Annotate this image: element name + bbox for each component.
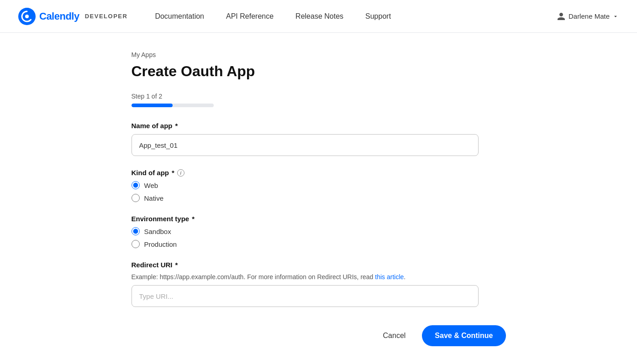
- nav-api-reference[interactable]: API Reference: [226, 12, 274, 21]
- env-production-option[interactable]: Production: [132, 240, 506, 248]
- kind-of-app-group: Kind of app * i Web Native: [132, 169, 506, 202]
- step-label: Step 1 of 2: [132, 93, 506, 100]
- kind-radio-group: Web Native: [132, 181, 506, 202]
- kind-web-option[interactable]: Web: [132, 181, 506, 189]
- kind-native-radio[interactable]: [132, 194, 140, 202]
- env-production-radio[interactable]: [132, 240, 140, 248]
- breadcrumb[interactable]: My Apps: [132, 51, 506, 58]
- kind-web-radio[interactable]: [132, 181, 140, 189]
- redirect-uri-label: Redirect URI *: [132, 261, 506, 269]
- progress-bar-fill: [132, 104, 173, 107]
- save-continue-button[interactable]: Save & Continue: [422, 325, 505, 346]
- kind-of-app-label: Kind of app * i: [132, 169, 506, 177]
- redirect-uri-input[interactable]: [132, 285, 479, 307]
- nav-documentation[interactable]: Documentation: [155, 12, 204, 21]
- app-name-label: Name of app *: [132, 122, 506, 130]
- logo[interactable]: Calendly DEVELOPER: [18, 8, 127, 25]
- svg-point-1: [25, 15, 29, 18]
- user-menu[interactable]: Darlene Mate: [557, 12, 619, 21]
- header: Calendly DEVELOPER Documentation API Ref…: [0, 0, 637, 33]
- main-nav: Documentation API Reference Release Note…: [155, 12, 557, 21]
- required-indicator: *: [175, 261, 178, 269]
- required-indicator: *: [175, 122, 178, 130]
- kind-native-option[interactable]: Native: [132, 194, 506, 202]
- env-production-label: Production: [144, 240, 177, 248]
- redirect-description: Example: https://app.example.com/auth. F…: [132, 273, 506, 281]
- progress-bar: [132, 104, 214, 107]
- app-name-input[interactable]: [132, 134, 479, 156]
- user-icon: [557, 12, 566, 21]
- env-sandbox-radio[interactable]: [132, 227, 140, 235]
- cancel-button[interactable]: Cancel: [374, 327, 415, 344]
- nav-release-notes[interactable]: Release Notes: [295, 12, 343, 21]
- environment-type-group: Environment type * Sandbox Production: [132, 215, 506, 248]
- footer-actions: Cancel Save & Continue: [132, 325, 506, 364]
- required-indicator: *: [192, 215, 195, 223]
- nav-support[interactable]: Support: [365, 12, 391, 21]
- redirect-article-link[interactable]: this article: [375, 273, 404, 281]
- env-sandbox-option[interactable]: Sandbox: [132, 227, 506, 235]
- redirect-uri-group: Redirect URI * Example: https://app.exam…: [132, 261, 506, 307]
- kind-native-label: Native: [144, 194, 164, 202]
- required-indicator: *: [172, 169, 174, 177]
- logo-text: Calendly: [39, 10, 79, 22]
- kind-info-icon[interactable]: i: [177, 169, 184, 177]
- chevron-down-icon: [612, 13, 619, 20]
- user-name: Darlene Mate: [569, 12, 610, 20]
- page-title: Create Oauth App: [132, 63, 506, 80]
- calendly-logo-icon: [18, 8, 36, 25]
- env-radio-group: Sandbox Production: [132, 227, 506, 248]
- kind-web-label: Web: [144, 182, 158, 189]
- env-sandbox-label: Sandbox: [144, 228, 171, 235]
- main-content: My Apps Create Oauth App Step 1 of 2 Nam…: [113, 33, 524, 364]
- developer-label: DEVELOPER: [85, 13, 128, 20]
- app-name-group: Name of app *: [132, 122, 506, 156]
- environment-type-label: Environment type *: [132, 215, 506, 223]
